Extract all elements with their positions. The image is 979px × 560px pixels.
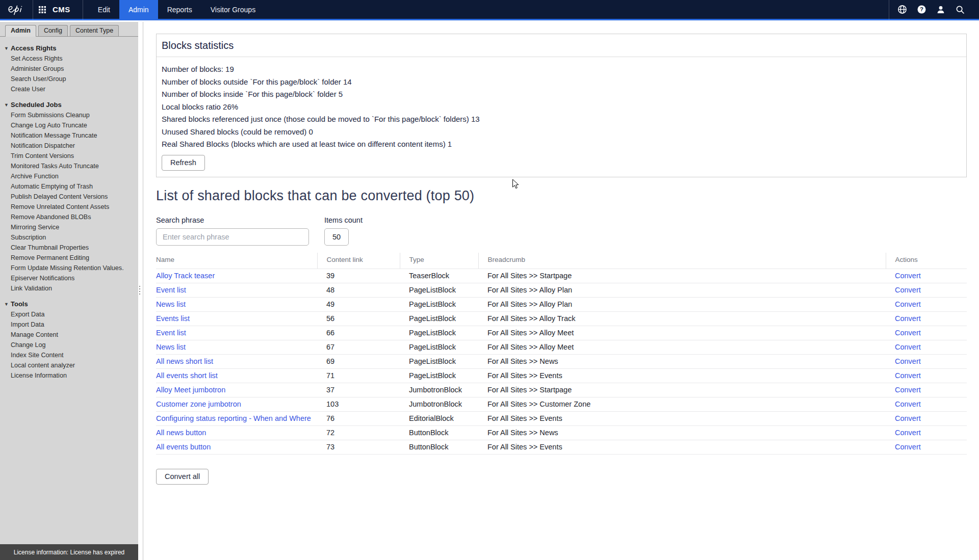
profile-icon[interactable] (931, 5, 950, 14)
block-name-link[interactable]: All events button (156, 443, 211, 451)
sidebar-item[interactable]: Trim Content Versions (4, 151, 135, 161)
block-name-link[interactable]: News list (156, 300, 186, 308)
convert-link[interactable]: Convert (895, 371, 921, 380)
section-header-scheduled-jobs[interactable]: ▼ Scheduled Jobs (4, 99, 135, 110)
convert-link[interactable]: Convert (895, 272, 921, 280)
breadcrumb-cell: For All Sites >> Startpage (478, 383, 886, 397)
nav-item-reports[interactable]: Reports (158, 0, 201, 20)
block-name-link[interactable]: Events list (156, 314, 190, 323)
sidebar-item[interactable]: Subscription (4, 232, 135, 243)
table-row: All news button 72 ButtonBlock For All S… (156, 425, 967, 440)
sidebar-item[interactable]: Remove Permanent Editing (4, 253, 135, 263)
actions-cell: Convert (886, 383, 967, 397)
items-count-label: Items count (324, 216, 363, 224)
sidebar-item[interactable]: Search User/Group (4, 74, 135, 84)
sidebar-item[interactable]: Form Submissions Cleanup (4, 110, 135, 120)
block-name-link[interactable]: Alloy Meet jumbotron (156, 386, 225, 394)
sidebar-item[interactable]: Import Data (4, 319, 135, 330)
main-content: Blocks statistics Number of blocks: 19 N… (144, 22, 979, 560)
tab-admin[interactable]: Admin (5, 25, 36, 37)
sidebar-item[interactable]: Administer Groups (4, 64, 135, 74)
items-count-input[interactable] (324, 228, 349, 246)
table-row: All events button 73 ButtonBlock For All… (156, 440, 967, 454)
tab-content-type[interactable]: Content Type (70, 25, 119, 36)
block-name-link[interactable]: News list (156, 343, 186, 351)
convert-link[interactable]: Convert (895, 343, 921, 351)
name-cell: Alloy Track teaser (156, 269, 317, 283)
stat-line: Local blocks ratio 26% (162, 101, 961, 114)
sidebar-item[interactable]: Export Data (4, 309, 135, 319)
convert-link[interactable]: Convert (895, 400, 921, 408)
content-link-cell: 76 (317, 411, 400, 425)
block-name-link[interactable]: All news button (156, 429, 206, 437)
table-row: Events list 56 PageListBlock For All Sit… (156, 311, 967, 326)
sidebar-item[interactable]: Notification Message Truncate (4, 130, 135, 141)
sidebar-item[interactable]: Notification Dispatcher (4, 141, 135, 151)
convert-link[interactable]: Convert (895, 429, 921, 437)
section-header-access-rights[interactable]: ▼ Access Rights (4, 43, 135, 54)
nav-item-visitor-groups[interactable]: Visitor Groups (201, 0, 265, 20)
sidebar-item[interactable]: License Information (4, 370, 135, 381)
nav-item-admin[interactable]: Admin (119, 0, 158, 20)
convert-link[interactable]: Convert (895, 443, 921, 451)
help-icon[interactable]: ? (912, 5, 931, 14)
search-icon[interactable] (950, 5, 970, 14)
name-cell: Events list (156, 311, 317, 326)
sidebar-item[interactable]: Form Update Missing Retention Values. (4, 263, 135, 273)
sidebar-item[interactable]: Archive Function (4, 171, 135, 181)
sidebar-item[interactable]: Local content analyzer (4, 360, 135, 370)
sidebar-item[interactable]: Remove Unrelated Content Assets (4, 202, 135, 212)
panel-title: Blocks statistics (157, 34, 966, 57)
convert-link[interactable]: Convert (895, 386, 921, 394)
sidebar-item[interactable]: Link Validation (4, 283, 135, 294)
sidebar-item[interactable]: Publish Delayed Content Versions (4, 192, 135, 202)
block-name-link[interactable]: Event list (156, 286, 186, 294)
sidebar-item[interactable]: Manage Content (4, 330, 135, 340)
sidebar-item[interactable]: Clear Thumbnail Properties (4, 243, 135, 253)
convert-link[interactable]: Convert (895, 329, 921, 337)
stat-line: Number of blocks inside `For this page/b… (162, 88, 961, 101)
stat-line: Number of blocks outside `For this page/… (162, 76, 961, 89)
product-name: CMS (53, 5, 70, 14)
sidebar-item[interactable]: Automatic Emptying of Trash (4, 181, 135, 192)
convert-link[interactable]: Convert (895, 357, 921, 365)
actions-cell: Convert (886, 340, 967, 354)
convert-link[interactable]: Convert (895, 314, 921, 323)
table-header-row: Name Content link Type Breadcrumb Action… (156, 253, 967, 269)
globe-icon[interactable] (892, 5, 912, 14)
search-input[interactable] (156, 228, 309, 246)
sidebar-item[interactable]: Index Site Content (4, 350, 135, 360)
block-name-link[interactable]: Configuring status reporting - When and … (156, 414, 311, 422)
sidebar-item[interactable]: Change Log Auto Truncate (4, 120, 135, 130)
sidebar-item[interactable]: Change Log (4, 340, 135, 350)
block-name-link[interactable]: Customer zone jumbotron (156, 400, 241, 408)
sidebar-item[interactable]: Monitored Tasks Auto Truncate (4, 161, 135, 171)
refresh-button[interactable]: Refresh (162, 155, 205, 171)
sidebar-item[interactable]: Remove Abandoned BLOBs (4, 212, 135, 222)
convert-link[interactable]: Convert (895, 414, 921, 422)
name-cell: Alloy Meet jumbotron (156, 383, 317, 397)
block-name-link[interactable]: Alloy Track teaser (156, 272, 215, 280)
content-link-cell: 37 (317, 383, 400, 397)
tab-config[interactable]: Config (38, 25, 68, 36)
epi-logo[interactable] (7, 4, 27, 15)
block-name-link[interactable]: Event list (156, 329, 186, 337)
section-header-tools[interactable]: ▼ Tools (4, 299, 135, 309)
sidebar-item[interactable]: Create User (4, 84, 135, 94)
convert-link[interactable]: Convert (895, 286, 921, 294)
name-cell: Configuring status reporting - When and … (156, 411, 317, 425)
convert-link[interactable]: Convert (895, 300, 921, 308)
block-name-link[interactable]: All news short list (156, 357, 213, 365)
sidebar-item[interactable]: Mirroring Service (4, 222, 135, 232)
block-name-link[interactable]: All events short list (156, 371, 218, 380)
sidebar-splitter[interactable] (138, 22, 143, 560)
convert-all-button[interactable]: Convert all (156, 469, 209, 485)
sidebar-item[interactable]: Set Access Rights (4, 54, 135, 64)
nav-item-edit[interactable]: Edit (89, 0, 119, 20)
content-link-cell: 69 (317, 354, 400, 368)
sidebar-item[interactable]: Episerver Notifications (4, 273, 135, 283)
admin-sidebar: Admin Config Content Type ▼ Access Right… (0, 22, 138, 560)
table-row: Event list 48 PageListBlock For All Site… (156, 283, 967, 297)
type-cell: PageListBlock (400, 311, 478, 326)
app-switcher-grid-icon[interactable] (39, 6, 46, 13)
